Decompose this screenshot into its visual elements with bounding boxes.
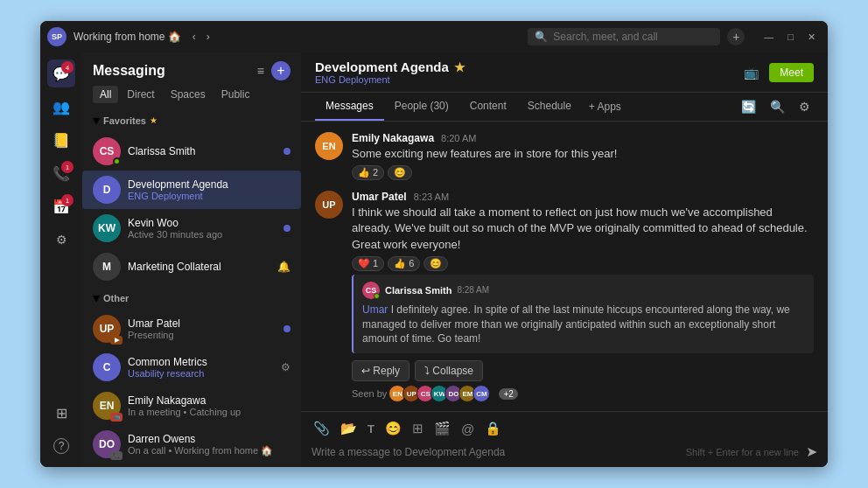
chat-sub-kevin: Active 30 minutes ago	[128, 229, 276, 240]
reaction-smile2[interactable]: 😊	[424, 256, 448, 271]
tab-direct[interactable]: Direct	[120, 86, 161, 103]
chat-tabs: Messages People (30) Content Schedule + …	[301, 93, 828, 122]
sticker-button[interactable]: ⊞	[410, 419, 425, 438]
avatar-marketing: M	[93, 253, 121, 281]
quoted-time-clarissa: 8:28 AM	[457, 285, 489, 295]
rail-chat-icon[interactable]: 💬 4	[47, 59, 75, 87]
quoted-avatar-clarissa: CS	[362, 282, 380, 299]
quoted-header: CS Clarissa Smith 8:28 AM	[362, 282, 805, 299]
messages-area: EN Emily Nakagawa 8:20 AM Some exciting …	[301, 122, 828, 411]
chat-item-marketing[interactable]: M Marketing Collateral 🔔	[82, 247, 301, 286]
reply-button[interactable]: ↩ Reply	[352, 360, 410, 381]
reactions-umar: ❤️ 1 👍 6 😊	[352, 256, 814, 271]
reaction-smile[interactable]: 😊	[388, 165, 412, 180]
msg-text-umar: I think we should all take a moment to r…	[352, 205, 814, 253]
chat-item-emily[interactable]: EN 📹 Emily Nakagawa In a meeting • Catch…	[82, 387, 301, 425]
chat-item-kevin[interactable]: KW Kevin Woo Active 30 minutes ago	[82, 209, 301, 247]
tab-people[interactable]: People (30)	[384, 93, 459, 121]
app-window: SP Working from home 🏠 ‹ › 🔍 + — □ ✕ 💬 4	[40, 21, 828, 467]
video-settings-button[interactable]: 📺	[740, 62, 762, 83]
search-chat-icon[interactable]: 🔍	[766, 96, 788, 117]
reaction-thumbsup2[interactable]: 👍 6	[388, 256, 420, 271]
new-chat-button[interactable]: +	[271, 61, 290, 80]
chat-name-emily: Emily Nakagawa	[128, 394, 290, 407]
chat-item-umar[interactable]: UP ▶ Umar Patel Presenting	[82, 310, 301, 348]
chat-info-marketing: Marketing Collateral	[128, 261, 270, 273]
rail-calls-icon[interactable]: 📞 1	[47, 159, 75, 187]
quoted-message-clarissa: CS Clarissa Smith 8:28 AM Umar I definit…	[352, 275, 814, 353]
msg-time-umar: 8:23 AM	[414, 192, 449, 202]
avatar-umar: UP ▶	[93, 315, 121, 343]
mention-button[interactable]: @	[459, 420, 476, 438]
forward-button[interactable]: ›	[202, 29, 214, 45]
window-controls: — □ ✕	[759, 30, 821, 45]
add-button[interactable]: +	[727, 28, 745, 45]
chat-item-dev-agenda[interactable]: D Development Agenda ENG Deployment	[82, 171, 301, 209]
minimize-button[interactable]: —	[759, 30, 779, 45]
format-button[interactable]: T	[366, 421, 376, 437]
msg-avatar-umar: UP	[315, 191, 343, 219]
chat-item-clarissa[interactable]: CS Clarissa Smith	[82, 132, 301, 171]
tab-schedule[interactable]: Schedule	[517, 93, 582, 121]
other-section-header[interactable]: ▾ Other	[82, 286, 301, 310]
rail-calendar-icon[interactable]: 📅 1	[47, 192, 75, 220]
compose-input[interactable]	[312, 446, 679, 458]
settings-icon-common: ⚙	[281, 361, 290, 373]
sidebar-header: Messaging ≡ +	[82, 52, 301, 86]
search-input[interactable]	[553, 31, 693, 43]
onedrive-button[interactable]: 📂	[339, 419, 359, 438]
sensitivity-button[interactable]: 🔒	[483, 419, 503, 438]
rail-apps-icon[interactable]: ⊞	[47, 399, 75, 427]
reaction-thumbsup[interactable]: 👍 2	[352, 165, 384, 180]
nav-buttons: ‹ ›	[188, 29, 214, 45]
user-avatar[interactable]: SP	[47, 27, 66, 46]
emoji-button[interactable]: 😊	[383, 419, 403, 438]
chat-subtitle: ENG Deployment	[315, 74, 740, 85]
chat-item-darren[interactable]: DO 📞 Darren Owens On a call • Working fr…	[82, 425, 301, 464]
tab-public[interactable]: Public	[214, 86, 257, 103]
chat-name-clarissa: Clarissa Smith	[128, 145, 276, 157]
refresh-icon[interactable]: 🔄	[738, 96, 760, 117]
app-title: Working from home 🏠	[74, 31, 181, 43]
tab-content[interactable]: Content	[459, 93, 517, 121]
chat-item-advertising[interactable]: A Advertising Marketing Department	[82, 464, 301, 467]
attach-button[interactable]: 📎	[312, 419, 332, 438]
rail-teams-icon[interactable]: 👥	[47, 93, 75, 121]
chat-sub-darren: On a call • Working from home 🏠	[128, 445, 290, 457]
chat-tab-icons: 🔄 🔍 ⚙	[738, 96, 814, 117]
filter-button[interactable]: ≡	[256, 61, 266, 80]
seen-by: Seen by EN UP CS KW DO EM CM +2	[352, 381, 814, 406]
chat-title: Development Agenda ★	[315, 59, 740, 74]
chat-info-dev-agenda: Development Agenda ENG Deployment	[128, 178, 290, 201]
back-button[interactable]: ‹	[188, 29, 200, 45]
search-bar[interactable]: 🔍	[528, 28, 720, 45]
msg-time-emily: 8:20 AM	[441, 133, 476, 143]
favorites-section-header[interactable]: ▾ Favorites ★	[82, 108, 301, 132]
unread-kevin	[284, 225, 290, 232]
rail-contacts-icon[interactable]: 📒	[47, 126, 75, 154]
collapse-button[interactable]: ⤵ Collapse	[415, 360, 483, 381]
close-button[interactable]: ✕	[802, 30, 821, 45]
tab-messages[interactable]: Messages	[315, 93, 384, 121]
rail-help-icon[interactable]: ?	[47, 432, 75, 460]
chat-item-common[interactable]: C Common Metrics Usability research ⚙	[82, 348, 301, 387]
chat-name-dev-agenda: Development Agenda	[128, 178, 290, 191]
compose-area: 📎 📂 T 😊 ⊞ 🎬 @ 🔒 Shift + Enter for a new …	[301, 411, 828, 467]
settings-chat-icon[interactable]: ⚙	[795, 96, 814, 117]
send-button[interactable]: ➤	[806, 443, 817, 460]
left-rail: 💬 4 👥 📒 📞 1 📅 1 ⚙ ⊞	[40, 52, 82, 467]
tab-all[interactable]: All	[93, 86, 118, 103]
tab-apps[interactable]: + Apps	[582, 94, 628, 120]
quoted-text-clarissa: Umar I definitely agree. In spite of all…	[362, 303, 805, 346]
seen-label: Seen by	[352, 388, 387, 399]
reaction-heart[interactable]: ❤️ 1	[352, 256, 384, 271]
avatar-darren: DO 📞	[93, 430, 121, 458]
chat-info-common: Common Metrics Usability research	[128, 356, 274, 379]
avatar-kevin: KW	[93, 214, 121, 242]
maximize-button[interactable]: □	[782, 30, 799, 45]
tab-spaces[interactable]: Spaces	[164, 86, 213, 103]
chat-name-common: Common Metrics	[128, 356, 274, 368]
rail-network-icon[interactable]: ⚙	[47, 226, 75, 254]
giphy-button[interactable]: 🎬	[432, 419, 452, 438]
meet-button[interactable]: Meet	[769, 63, 814, 82]
